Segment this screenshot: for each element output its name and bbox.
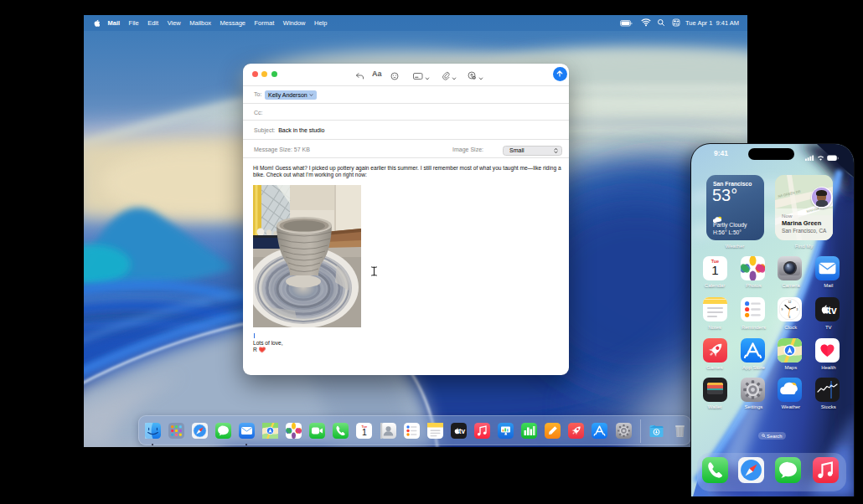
svg-text:6: 6	[789, 316, 791, 319]
svg-text:9: 9	[782, 308, 783, 311]
svg-text:12: 12	[788, 301, 792, 304]
svg-text:tv: tv	[458, 427, 465, 435]
svg-text:3: 3	[797, 308, 798, 311]
svg-text:tv: tv	[828, 305, 837, 316]
